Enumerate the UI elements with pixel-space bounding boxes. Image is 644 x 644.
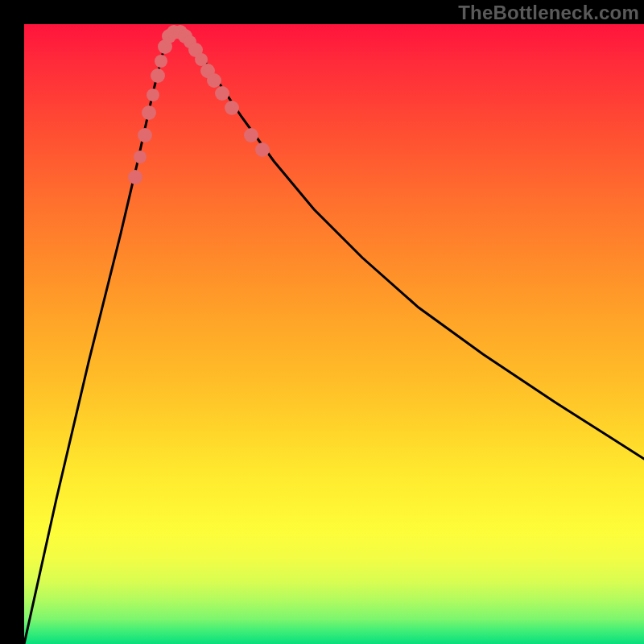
highlight-dot (147, 89, 159, 101)
chart-svg (24, 24, 644, 644)
highlight-dot (155, 55, 167, 68)
plot-area (24, 24, 644, 644)
highlight-dot (134, 151, 147, 163)
highlight-dot (128, 170, 142, 184)
highlight-dot (255, 142, 270, 157)
bottleneck-curve (24, 32, 644, 644)
chart-frame: TheBottleneck.com (0, 0, 644, 644)
highlight-dot (207, 73, 221, 88)
highlight-dot (142, 105, 156, 120)
highlight-dot (151, 68, 165, 83)
highlight-dot (138, 128, 152, 142)
highlight-dot (215, 86, 229, 101)
watermark-text: TheBottleneck.com (458, 2, 639, 24)
highlight-dot (244, 128, 258, 142)
highlight-dot (225, 101, 239, 115)
